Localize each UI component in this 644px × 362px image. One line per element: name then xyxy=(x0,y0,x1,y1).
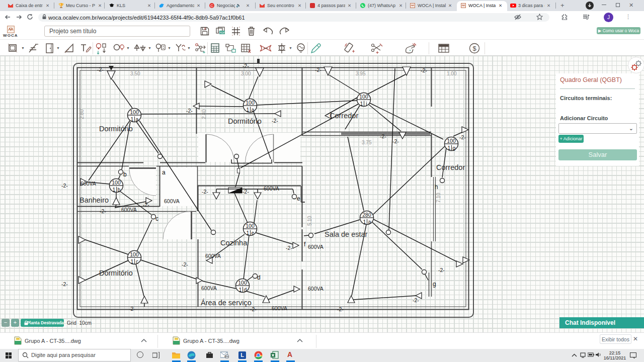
svg-text:PDF: PDF xyxy=(219,31,225,34)
svg-text:99+: 99+ xyxy=(224,355,229,358)
svg-text:C: C xyxy=(210,4,213,8)
svg-text:$: $ xyxy=(472,45,476,52)
